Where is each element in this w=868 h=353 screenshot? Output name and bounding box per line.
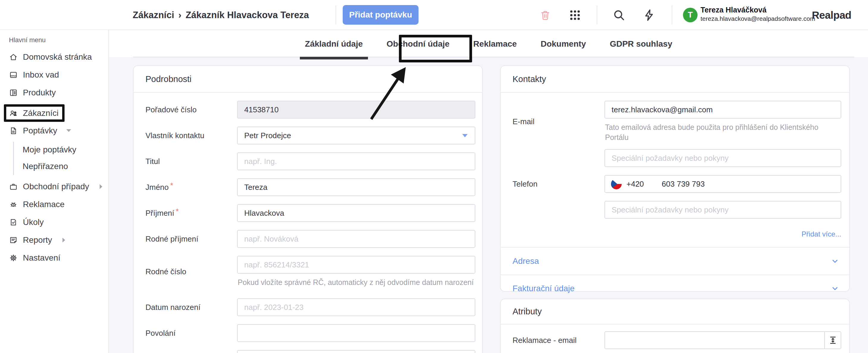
field-helper-text: Pokud vložíte správné RČ, automaticky z … [238, 277, 475, 287]
tab-gdpr[interactable]: GDPR souhlasy [605, 31, 677, 57]
form-row: E-mail Tato emailová adresa bude použita… [513, 101, 841, 142]
resize-handle[interactable] [824, 332, 841, 349]
add-more-link[interactable]: Přidat více... [513, 229, 841, 239]
field-label [513, 149, 604, 167]
form-row: Pořadové číslo [146, 101, 475, 118]
email-helper-text: Tato emailová adresa bude použita pro př… [605, 122, 841, 142]
breadcrumb-root[interactable]: Zákazníci [133, 10, 174, 21]
form-row [513, 149, 841, 167]
tabs: Základní údaje Obchodní údaje Reklamace … [109, 31, 868, 57]
form-row: Příjmení* [146, 204, 475, 222]
avatar[interactable]: T [683, 8, 698, 22]
sidebar-item-inquiries[interactable]: Poptávky [9, 122, 106, 139]
contacts-card: Kontakty E-mail Tato emailová adresa bud… [500, 65, 850, 292]
user-email: tereza.hlavackova@realpadsoftware.com [701, 14, 815, 23]
sidebar-item-customers[interactable]: Zákazníci [9, 105, 106, 121]
sidebar-item-reports[interactable]: Reporty [9, 232, 106, 248]
occupation-field[interactable] [237, 324, 475, 342]
apps-grid-button[interactable] [564, 0, 586, 30]
header-divider [597, 5, 597, 24]
form-row [146, 350, 475, 353]
sidebar-item-products[interactable]: Produkty [9, 84, 106, 101]
quick-actions-button[interactable] [638, 0, 660, 30]
trash-button[interactable] [534, 0, 557, 30]
lightning-icon [643, 9, 656, 22]
vertical-resize-icon [828, 335, 838, 345]
form-row: Titul [146, 152, 475, 170]
field-label: Datum narození [146, 298, 237, 316]
required-mark: * [176, 207, 179, 216]
contact-owner-value: Petr Prodejce [244, 131, 291, 140]
birth-date-field[interactable] [237, 298, 475, 316]
sidebar-item-home[interactable]: Domovská stránka [9, 48, 106, 65]
last-name-field[interactable] [237, 204, 475, 222]
tab-business-data[interactable]: Obchodní údaje [382, 31, 455, 57]
sidebar-item-settings[interactable]: Nastavení [9, 249, 106, 266]
form-row: Telefon +420 603 739 793 [513, 175, 841, 193]
field-label: Příjmení* [146, 204, 237, 222]
phone-note-field[interactable] [604, 201, 841, 219]
sidebar-item-inbox[interactable]: Inbox vad [9, 66, 106, 83]
briefcase-icon [9, 182, 19, 191]
details-card: Podrobnosti Pořadové číslo Vlastník kont… [133, 65, 483, 353]
section-billing[interactable]: Fakturační údaje [501, 275, 849, 302]
sidebar-item-label: Poptávky [23, 126, 57, 136]
extra-field[interactable] [237, 350, 475, 353]
birth-number-field[interactable] [237, 256, 475, 274]
sidebar-item-unassigned[interactable]: Nepřiřazeno [9, 158, 106, 175]
field-label [146, 350, 237, 353]
first-name-field[interactable] [237, 178, 475, 196]
document-icon [9, 126, 19, 136]
search-button[interactable] [608, 0, 630, 30]
phone-country-code: +420 [626, 179, 644, 189]
header-divider [672, 5, 672, 24]
header-divider [336, 5, 336, 24]
sidebar-section-label: Hlavní menu [9, 36, 46, 44]
add-inquiry-button[interactable]: Přidat poptávku [343, 5, 418, 25]
sidebar-item-label: Inbox vad [23, 70, 59, 80]
sidebar-item-label: Zákazníci [23, 108, 59, 118]
contact-owner-select[interactable]: Petr Prodejce [237, 127, 475, 144]
sidebar-item-label: Nepřiřazeno [23, 162, 68, 171]
sidebar-item-my-inquiries[interactable]: Moje poptávky [9, 141, 106, 158]
birth-surname-field[interactable] [237, 230, 475, 248]
home-icon [9, 52, 19, 62]
contacts-card-title: Kontakty [501, 66, 849, 93]
field-label: Jméno* [146, 178, 237, 196]
sidebar-item-tasks[interactable]: Úkoly [9, 214, 106, 231]
field-label: Titul [146, 152, 237, 170]
chevron-down-icon [831, 284, 839, 293]
customers-icon [9, 108, 19, 118]
form-row: Rodné číslo Pokud vložíte správné RČ, au… [146, 256, 475, 287]
attributes-card-title: Atributy [501, 299, 849, 324]
field-label: Rodné příjmení [146, 230, 237, 248]
sidebar-item-business-cases[interactable]: Obchodní případy [9, 178, 106, 195]
user-info[interactable]: Tereza Hlaváčková tereza.hlavackova@real… [701, 5, 815, 23]
sidebar: Realpad Hlavní menu Domovská stránka Inb… [0, 0, 109, 353]
chevron-down-icon [831, 257, 839, 266]
field-label [513, 201, 604, 219]
phone-field[interactable]: +420 603 739 793 [604, 175, 841, 193]
claims-email-field[interactable] [604, 331, 841, 349]
form-row: Datum narození [146, 298, 475, 316]
realpad-wordmark: Realpad [812, 0, 851, 30]
user-name: Tereza Hlaváčková [701, 5, 815, 14]
form-row: Reklamace - email [513, 331, 841, 349]
form-row [513, 201, 841, 219]
search-icon [613, 9, 626, 22]
tab-documents[interactable]: Dokumenty [535, 31, 591, 57]
title-field[interactable] [237, 152, 475, 170]
details-card-title: Podrobnosti [133, 66, 482, 93]
apps-grid-icon [569, 9, 581, 22]
section-address[interactable]: Adresa [501, 247, 849, 275]
email-field[interactable] [604, 101, 841, 118]
tab-basic-data[interactable]: Základní údaje [300, 31, 368, 57]
gear-icon [9, 253, 19, 263]
sidebar-item-label: Reklamace [23, 200, 65, 209]
sidebar-item-claims[interactable]: Reklamace [9, 196, 106, 213]
section-label: Fakturační údaje [513, 284, 575, 293]
form-row: Jméno* [146, 178, 475, 196]
email-note-field[interactable] [604, 149, 841, 167]
czech-flag-icon[interactable] [611, 179, 622, 189]
tab-claims[interactable]: Reklamace [468, 31, 522, 57]
